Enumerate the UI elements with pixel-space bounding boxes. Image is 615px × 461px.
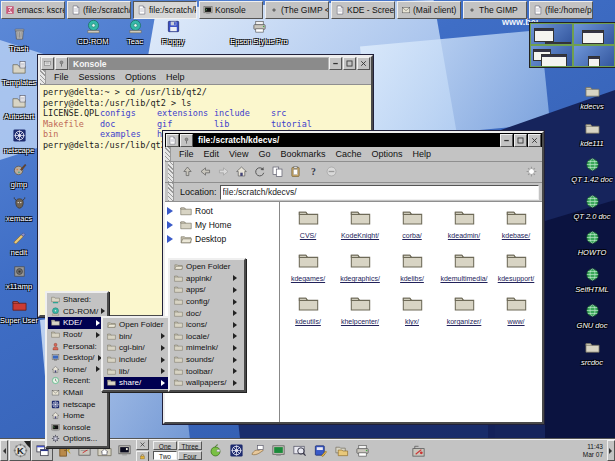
menu-item-lib[interactable]: lib/ [104,365,171,377]
panel-button-printer[interactable] [352,441,372,460]
desktop-icon-howto[interactable]: HOWTO [569,230,615,257]
menu-help[interactable]: Help [161,72,190,82]
desktop-icon-nedit[interactable]: nedit [0,230,38,257]
desktop-icon-x11amp[interactable]: x11amp [0,264,38,291]
menu-file[interactable]: File [49,72,74,82]
kfm-titlebar[interactable]: file:/scratch/kdecvs/ [165,133,542,147]
maximize-button[interactable] [343,57,356,70]
pager-desktop-2[interactable] [573,23,615,45]
task-button-the-gimp-2[interactable]: (The GIMP <2>) [265,1,329,19]
folder-item-kdeutils[interactable]: kdeutils/ [283,293,333,326]
menu-item-config[interactable]: config/ [171,296,243,308]
panel-button-screen-dark[interactable] [114,441,134,460]
menu-item-share[interactable]: share/ [104,377,171,389]
expander-icon[interactable] [167,235,177,243]
expander-icon[interactable] [167,221,177,229]
menu-item-home[interactable]: Home/ [48,364,106,376]
forward-button[interactable] [217,165,231,179]
tree-item-root[interactable]: Root [167,204,279,218]
task-button-konsole[interactable]: Konsole [199,1,263,19]
panel-button-screen-green[interactable] [268,441,288,460]
menu-item-open-folder[interactable]: Open Folder [171,261,243,273]
toolbar-handle[interactable] [40,70,46,84]
toolbar-handle[interactable] [165,147,171,161]
desktop-icon-selfhtml[interactable]: SelfHTML [569,267,615,294]
paste-button[interactable] [289,165,303,179]
back-button[interactable] [199,165,213,179]
menu-item-bin[interactable]: bin/ [104,331,171,343]
panel-button-apple[interactable] [205,441,225,460]
pager-button-two[interactable]: Two [153,451,177,460]
menu-item-shared[interactable]: Shared: [48,294,106,306]
minimize-button[interactable] [329,57,342,70]
desktop-icon-netscape[interactable]: netscape [0,128,38,155]
menu-item-options[interactable]: Options... [48,433,106,445]
menu-bookmarks[interactable]: Bookmarks [275,149,330,159]
menu-item-home[interactable]: Home [48,410,106,422]
close-button[interactable] [528,134,541,147]
menu-go[interactable]: Go [253,149,275,159]
panel-button-lock[interactable] [136,451,149,461]
tree-item-desktop[interactable]: Desktop [167,232,279,246]
toolbar-handle[interactable] [168,162,174,182]
folder-item-khelpcenter[interactable]: khelpcenter/ [335,293,385,326]
folder-item-kdeadmin[interactable]: kdeadmin/ [439,207,489,240]
panel-button-find-screen[interactable] [289,441,309,460]
menu-item-root[interactable]: Root/ [48,329,106,341]
task-button-file-home-perr[interactable]: (file:/home/perr.. [529,1,593,19]
location-input[interactable] [220,185,539,200]
desktop-icon-templates[interactable]: Templates [0,60,38,87]
desktop-icon-gimp[interactable]: gimp [0,162,38,189]
folder-item-kdegraphics[interactable]: kdegraphics/ [335,250,385,283]
desktop-icon-epson-stylus-pro[interactable]: Epson Stylus Pro [228,19,290,46]
minimize-button[interactable] [500,134,513,147]
help-button[interactable]: ? [307,165,321,179]
menu-item-desktop[interactable]: Desktop/ [48,352,106,364]
menu-file[interactable]: File [174,149,199,159]
desktop-icon-srcdoc[interactable]: srcdoc [569,340,615,367]
menu-edit[interactable]: Edit [199,149,225,159]
sticky-pin-button[interactable] [55,57,68,70]
menu-item-kde[interactable]: KDE/ [48,317,106,329]
panel-hide-left-button[interactable] [0,440,8,461]
menu-item-include[interactable]: include/ [104,354,171,366]
task-button-kde-scree[interactable]: KDE - Scree... [331,1,395,19]
menu-view[interactable]: View [224,149,253,159]
up-button[interactable] [181,165,195,179]
desktop-icon-gnu-doc[interactable]: GNU doc [569,303,615,330]
menu-options[interactable]: Options [120,72,161,82]
menu-item-konsole[interactable]: konsole [48,422,106,434]
expander-icon[interactable] [167,207,177,215]
panel-button-paint-tools[interactable] [408,441,428,460]
desktop-icon-trash[interactable]: Trash [0,26,38,53]
folder-item-kdelibs[interactable]: kdelibs/ [387,250,437,283]
folder-item-kdebase[interactable]: kdebase/ [491,207,541,240]
folder-item-klyx[interactable]: klyx/ [387,293,437,326]
menu-item-personal[interactable]: Personal: [48,340,106,352]
desktop-icon-floppy[interactable]: Floppy [150,19,196,46]
menu-item-cd-rom[interactable]: CD-ROM/ [48,306,106,318]
panel-button-book-pen[interactable] [310,441,330,460]
konsole-titlebar[interactable]: Konsole [40,57,371,70]
desktop-icon-cd-rom[interactable]: CD-ROM [70,19,116,46]
menu-item-applnk[interactable]: applnk/ [171,273,243,285]
menu-item-apps[interactable]: apps/ [171,284,243,296]
menu-item-open-folder[interactable]: Open Folder [104,319,171,331]
sticky-pin-button[interactable] [180,134,193,147]
tree-item-my-home[interactable]: My Home [167,218,279,232]
menu-item-netscape[interactable]: netscape [48,398,106,410]
folder-item-kodeknight[interactable]: KodeKnight/ [335,207,385,240]
desktop-icon-kde111[interactable]: kde111 [569,121,615,148]
menu-item-recent[interactable]: Recent: [48,375,106,387]
panel-button-netscape[interactable] [226,441,246,460]
menu-item-toolbar[interactable]: toolbar/ [171,365,243,377]
panel-hide-right-button[interactable] [607,440,615,461]
menu-item-mimelnk[interactable]: mimelnk/ [171,342,243,354]
reload-button[interactable] [253,165,267,179]
toolbar-handle[interactable] [168,183,174,201]
folder-item-cvs[interactable]: CVS/ [283,207,333,240]
folder-item-www[interactable]: www/ [491,293,541,326]
desktop-icon-kdecvs[interactable]: kdecvs [569,84,615,111]
pager-desktop-4[interactable] [573,45,615,67]
window-menu-button[interactable] [41,57,54,70]
